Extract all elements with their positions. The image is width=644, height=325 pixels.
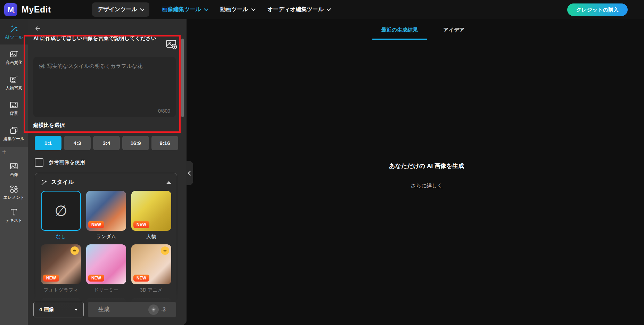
nav-menus: デザインツール 画像編集ツール 動画ツール オーディオ編集ツール [92, 2, 330, 17]
panel-collapse-handle[interactable] [186, 161, 193, 185]
sidebar-bottom-section: + 画像 エレメント テキスト [0, 147, 28, 225]
new-badge: NEW [88, 275, 104, 282]
nav-image-tools[interactable]: 画像編集ツール [162, 6, 208, 13]
myedit-logo[interactable]: M MyEdit [4, 3, 51, 16]
sidebar-item-enhance[interactable]: 高画質化 [0, 44, 28, 70]
top-navbar: M MyEdit デザインツール 画像編集ツール 動画ツール オーディオ編集ツー… [0, 0, 644, 19]
reference-image-label: 参考画像を使用 [49, 159, 85, 166]
style-photography-thumbnail[interactable]: NEW [41, 244, 81, 284]
char-counter: 0/800 [158, 108, 170, 114]
back-button[interactable] [33, 23, 43, 34]
new-badge: NEW [88, 221, 104, 228]
prompt-textarea[interactable] [33, 57, 176, 101]
style-none-tile[interactable]: ∅ [41, 191, 81, 231]
sidebar-item-elements[interactable]: エレメント [0, 182, 28, 202]
image-add-icon [165, 38, 178, 50]
myedit-logo-icon: M [4, 3, 17, 16]
learn-more-link[interactable]: さらに詳しく [411, 182, 443, 188]
tab-recent-results[interactable]: 最近の生成結果 [372, 20, 427, 40]
magic-wand-icon [9, 24, 18, 33]
collapse-up-icon[interactable] [166, 181, 171, 184]
new-badge: NEW [43, 275, 59, 282]
chevron-down-icon [251, 7, 256, 11]
aspect-ratio-options: 1:1 4:3 3:4 16:9 9:16 [35, 136, 178, 150]
chevron-down-icon [140, 7, 145, 11]
premium-crown-icon [161, 246, 169, 255]
sidebar-item-edit-tools[interactable]: 編集ツール [0, 121, 28, 146]
style-3d-anime-thumbnail[interactable]: NEW [131, 244, 171, 284]
enhance-image-icon [9, 50, 18, 59]
aspect-9-16-button[interactable]: 9:16 [151, 136, 178, 150]
new-badge: NEW [133, 221, 149, 228]
sidebar-item-text[interactable]: テキスト [0, 205, 28, 225]
style-person-thumbnail[interactable]: NEW [131, 191, 171, 231]
aspect-3-4-button[interactable]: 3:4 [93, 136, 120, 150]
style-option-random[interactable]: NEW ランダム [86, 191, 126, 239]
style-option-3d-anime[interactable]: NEW 3D アニメ [131, 244, 171, 293]
panel-scrollbar[interactable] [181, 39, 184, 117]
background-image-icon [9, 100, 18, 109]
portrait-photo-icon [9, 75, 18, 84]
style-section-header[interactable]: スタイル [35, 173, 177, 189]
reference-image-row[interactable]: 参考画像を使用 [35, 158, 85, 167]
style-option-person[interactable]: NEW 人物 [131, 191, 171, 239]
style-dreamy-thumbnail[interactable]: NEW [86, 244, 126, 284]
style-random-thumbnail[interactable]: NEW [86, 191, 126, 231]
nav-design-tools[interactable]: デザインツール [92, 2, 149, 17]
empty-state-link-wrap: さらに詳しく [358, 182, 495, 189]
ai-image-panel: AI に作成してほしい画像を言葉で説明してください 0/800 縦横比を選択 1… [28, 19, 187, 325]
chevron-down-icon [327, 7, 331, 11]
nav-audio-tools[interactable]: オーディオ編集ツール [267, 6, 330, 13]
chevron-left-icon [188, 171, 192, 176]
edit-tools-icon [9, 126, 18, 135]
aspect-4-3-button[interactable]: 4:3 [64, 136, 91, 150]
generate-button[interactable]: 生成 -3 [88, 302, 176, 317]
buy-credits-button[interactable]: クレジットの購入 [567, 3, 628, 16]
sidebar-top-section: AI ツール 高画質化 人物写真 [0, 19, 28, 147]
tab-ideas[interactable]: アイデア [427, 20, 481, 40]
style-wand-icon [41, 179, 48, 186]
empty-state-title: あなただけの AI 画像を生成 [358, 162, 495, 170]
image-add-button[interactable] [165, 38, 178, 50]
prompt-label: AI に作成してほしい画像を言葉で説明してください [33, 34, 159, 42]
logo-text: MyEdit [22, 5, 51, 15]
dropdown-caret-icon [74, 309, 78, 311]
results-tabs: 最近の生成結果 アイデア [372, 20, 481, 40]
aspect-1-1-button[interactable]: 1:1 [35, 136, 61, 150]
nav-video-tools[interactable]: 動画ツール [220, 6, 255, 13]
empty-set-icon: ∅ [55, 204, 67, 218]
prompt-input-container: 0/800 [33, 57, 176, 117]
style-option-photography[interactable]: NEW フォトグラフィ [41, 244, 81, 293]
style-option-dreamy[interactable]: NEW ドリーミー [86, 244, 126, 293]
aspect-ratio-label: 縦横比を選択 [33, 122, 65, 129]
sidebar-item-portrait[interactable]: 人物写真 [0, 70, 28, 95]
sidebar-item-ai-tools[interactable]: AI ツール [0, 19, 28, 44]
style-section-title: スタイル [51, 179, 74, 186]
credit-cost: -3 [161, 307, 166, 313]
image-icon [9, 162, 18, 171]
sidebar-item-image[interactable]: 画像 [0, 159, 28, 179]
text-icon [9, 208, 18, 217]
back-arrow-icon [35, 24, 41, 33]
aspect-16-9-button[interactable]: 16:9 [122, 136, 149, 150]
premium-crown-icon [71, 246, 79, 255]
sidebar-item-background[interactable]: 背景 [0, 95, 28, 121]
sidebar-add-button[interactable]: + [2, 148, 28, 156]
left-sidebar: AI ツール 高画質化 人物写真 [0, 19, 28, 325]
generate-footer: 4 画像 生成 -3 [28, 289, 187, 325]
style-option-none[interactable]: ∅ なし [41, 191, 81, 239]
credit-coin-icon [148, 304, 159, 315]
reference-image-checkbox[interactable] [35, 158, 43, 167]
image-count-dropdown[interactable]: 4 画像 [33, 302, 84, 317]
chevron-down-icon [204, 7, 208, 11]
elements-shapes-icon [9, 185, 18, 194]
new-badge: NEW [133, 275, 149, 282]
